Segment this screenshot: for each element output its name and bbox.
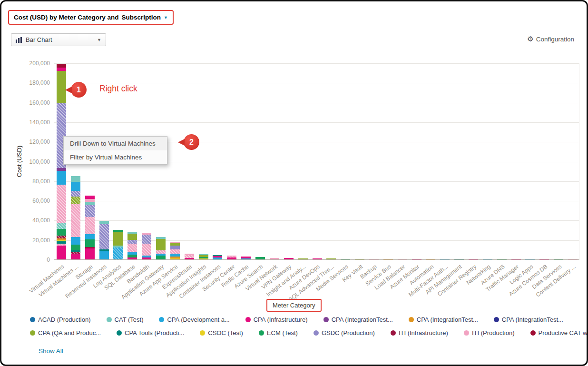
bar-segment[interactable] bbox=[71, 176, 80, 182]
chart-type-select[interactable]: Bar Chart ▼ bbox=[11, 33, 106, 46]
legend-item[interactable]: CAT (Test) bbox=[107, 316, 144, 323]
bar-column[interactable] bbox=[71, 176, 80, 259]
legend-item[interactable]: CPA (IntegrationTest... bbox=[494, 316, 563, 323]
bar-segment[interactable] bbox=[85, 217, 95, 234]
bar-segment[interactable] bbox=[71, 182, 80, 191]
bar-segment[interactable] bbox=[57, 171, 66, 185]
bar-column[interactable] bbox=[156, 237, 166, 259]
bar-segment[interactable] bbox=[113, 247, 123, 259]
bar-segment[interactable] bbox=[440, 259, 450, 259]
bar-column[interactable] bbox=[227, 256, 236, 259]
bar-segment[interactable] bbox=[127, 244, 137, 252]
bar-column[interactable] bbox=[383, 259, 393, 259]
bar-column[interactable] bbox=[426, 259, 435, 259]
bar-segment[interactable] bbox=[127, 240, 137, 244]
bar-segment[interactable] bbox=[57, 64, 66, 68]
bar-segment[interactable] bbox=[241, 258, 251, 259]
bar-segment[interactable] bbox=[85, 196, 95, 199]
bar-column[interactable] bbox=[483, 259, 492, 259]
bar-segment[interactable] bbox=[426, 259, 435, 259]
bar-segment[interactable] bbox=[525, 259, 535, 259]
bar-column[interactable] bbox=[469, 259, 478, 259]
bar-segment[interactable] bbox=[113, 232, 123, 246]
bar-segment[interactable] bbox=[71, 254, 80, 259]
measure-dimension-dropdown[interactable]: Cost (USD) by Meter Category and Subscri… bbox=[9, 11, 173, 24]
bar-segment[interactable] bbox=[57, 246, 66, 259]
bar-segment[interactable] bbox=[170, 246, 180, 249]
legend-item[interactable]: CPA Tools (Producti... bbox=[117, 329, 184, 336]
bar-segment[interactable] bbox=[85, 239, 95, 247]
bar-column[interactable] bbox=[127, 232, 137, 259]
bar-segment[interactable] bbox=[213, 257, 222, 259]
legend-item[interactable]: CSOC (Test) bbox=[200, 329, 243, 336]
bar-segment[interactable] bbox=[554, 259, 563, 259]
legend-item[interactable]: CPA (Infrastructure) bbox=[245, 316, 308, 323]
bar-segment[interactable] bbox=[539, 259, 549, 259]
bar-segment[interactable] bbox=[497, 259, 507, 259]
bar-segment[interactable] bbox=[57, 223, 66, 229]
bar-segment[interactable] bbox=[71, 191, 80, 197]
configuration-button[interactable]: ⚙ Configuration bbox=[527, 35, 574, 43]
legend-item[interactable]: ITI (Production) bbox=[464, 329, 515, 336]
bar-segment[interactable] bbox=[99, 224, 109, 250]
bar-segment[interactable] bbox=[341, 259, 350, 259]
bar-column[interactable] bbox=[554, 259, 563, 259]
bar-column[interactable] bbox=[241, 257, 251, 259]
bar-column[interactable] bbox=[440, 259, 450, 259]
legend-item[interactable]: Productive CAT woVPN bbox=[530, 329, 588, 336]
bar-segment[interactable] bbox=[156, 256, 166, 259]
bar-segment[interactable] bbox=[71, 237, 80, 245]
bar-column[interactable] bbox=[298, 258, 308, 259]
bar-segment[interactable] bbox=[383, 259, 393, 259]
bar-column[interactable] bbox=[113, 230, 123, 259]
bar-segment[interactable] bbox=[255, 257, 265, 259]
legend-item[interactable]: ECM (Test) bbox=[259, 329, 298, 336]
bar-segment[interactable] bbox=[85, 205, 95, 217]
bar-segment[interactable] bbox=[568, 259, 578, 259]
bar-segment[interactable] bbox=[142, 244, 151, 256]
bar-column[interactable] bbox=[369, 259, 379, 259]
bar-column[interactable] bbox=[284, 258, 294, 259]
bar-segment[interactable] bbox=[511, 259, 521, 259]
bar-segment[interactable] bbox=[412, 259, 421, 259]
bar-segment[interactable] bbox=[127, 234, 137, 239]
bar-column[interactable] bbox=[213, 255, 222, 259]
bar-segment[interactable] bbox=[369, 259, 379, 259]
bar-segment[interactable] bbox=[85, 248, 95, 259]
bar-segment[interactable] bbox=[142, 235, 151, 244]
bar-segment[interactable] bbox=[85, 202, 95, 205]
legend-item[interactable]: CPA (Development a... bbox=[159, 316, 229, 323]
bar-segment[interactable] bbox=[57, 71, 66, 103]
bar-segment[interactable] bbox=[454, 259, 464, 259]
bar-column[interactable] bbox=[454, 259, 464, 259]
bar-segment[interactable] bbox=[483, 259, 492, 259]
legend-item[interactable]: CPA (IntegrationTest... bbox=[409, 316, 478, 323]
bar-segment[interactable] bbox=[99, 251, 109, 259]
bar-segment[interactable] bbox=[469, 259, 478, 259]
bar-column[interactable] bbox=[255, 257, 265, 259]
bar-segment[interactable] bbox=[57, 229, 66, 236]
bar-segment[interactable] bbox=[284, 258, 294, 259]
bar-segment[interactable] bbox=[326, 258, 336, 259]
bar-column[interactable] bbox=[85, 196, 95, 259]
bar-column[interactable] bbox=[313, 258, 322, 259]
bar-column[interactable] bbox=[568, 259, 578, 259]
bar-segment[interactable] bbox=[170, 249, 180, 253]
bar-column[interactable] bbox=[99, 221, 109, 259]
bar-column[interactable] bbox=[341, 259, 350, 259]
bar-column[interactable] bbox=[539, 259, 549, 259]
legend-item[interactable]: CPA (IntegrationTest... bbox=[323, 316, 393, 323]
bar-segment[interactable] bbox=[170, 258, 180, 259]
bar-column[interactable] bbox=[511, 259, 521, 259]
bar-column[interactable] bbox=[185, 254, 194, 259]
bar-segment[interactable] bbox=[185, 258, 194, 259]
legend-item[interactable]: ITI (Infrastructure) bbox=[391, 329, 448, 336]
bar-segment[interactable] bbox=[127, 257, 137, 259]
bar-segment[interactable] bbox=[156, 239, 166, 251]
bar-segment[interactable] bbox=[270, 258, 279, 259]
bar-segment[interactable] bbox=[57, 185, 66, 223]
bar-segment[interactable] bbox=[298, 258, 308, 259]
bar-segment[interactable] bbox=[85, 234, 95, 239]
bar-segment[interactable] bbox=[71, 204, 80, 237]
bar-segment[interactable] bbox=[398, 259, 407, 259]
